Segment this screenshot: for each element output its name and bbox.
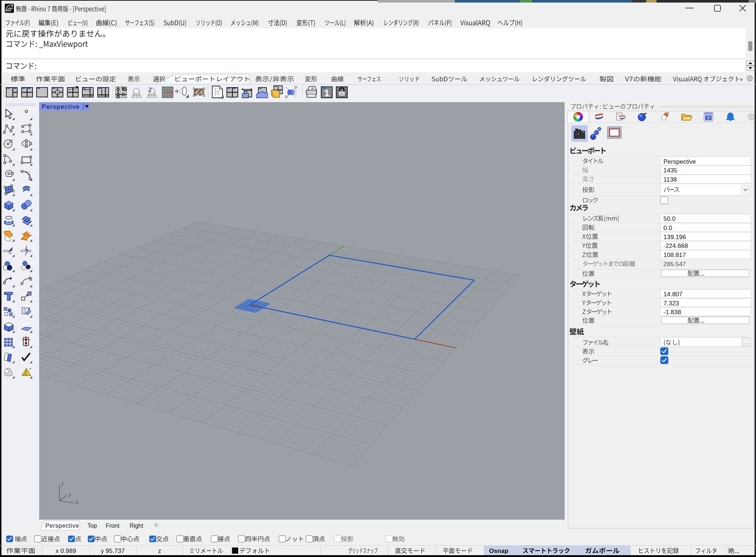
svg-text:y 95.737: y 95.737 <box>101 547 124 554</box>
svg-text:Osnap: Osnap <box>489 547 509 554</box>
svg-text:-1.838: -1.838 <box>663 309 681 316</box>
svg-text:108.817: 108.817 <box>663 252 686 259</box>
svg-text:Perspective: Perspective <box>42 103 80 110</box>
svg-text:1138: 1138 <box>663 176 677 183</box>
svg-text:Perspective: Perspective <box>663 158 696 165</box>
svg-text:285.547: 285.547 <box>663 261 686 268</box>
svg-text:50.0: 50.0 <box>663 215 675 222</box>
svg-text:?: ? <box>707 115 710 120</box>
svg-text:14.807: 14.807 <box>663 291 682 298</box>
svg-text:1435: 1435 <box>663 167 677 174</box>
svg-text:Top: Top <box>87 523 97 529</box>
svg-text:Right: Right <box>130 523 143 529</box>
svg-text:2: 2 <box>149 86 152 93</box>
svg-text:z: z <box>158 547 161 554</box>
svg-text:0.0: 0.0 <box>663 224 672 231</box>
svg-text:139.196: 139.196 <box>663 234 686 241</box>
svg-text:-224.668: -224.668 <box>663 242 688 249</box>
svg-text:...: ... <box>745 339 749 345</box>
svg-text:Front: Front <box>106 523 120 529</box>
svg-text:1: 1 <box>324 88 329 99</box>
svg-text:Perspective: Perspective <box>45 523 79 529</box>
svg-text:7.323: 7.323 <box>663 300 679 307</box>
svg-text:x 0.989: x 0.989 <box>56 547 76 554</box>
